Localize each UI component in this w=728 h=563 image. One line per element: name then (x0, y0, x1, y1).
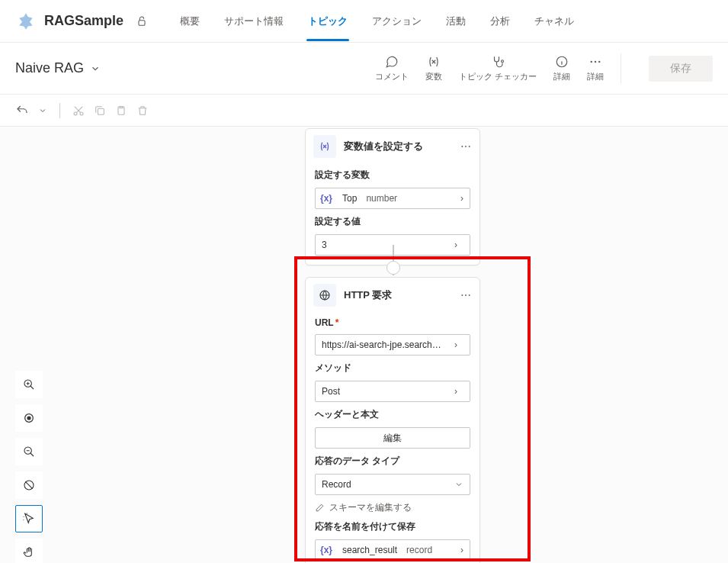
svg-point-21 (469, 294, 470, 296)
response-var-type: record (402, 545, 454, 555)
save-button[interactable]: 保存 (649, 56, 713, 82)
globe-icon (313, 284, 336, 307)
lock-icon[interactable] (136, 15, 148, 27)
app-logo-icon (15, 11, 37, 32)
nav-topics[interactable]: トピック (296, 2, 360, 40)
svg-point-16 (465, 146, 467, 147)
chevron-right-icon: › (448, 339, 463, 350)
svg-rect-0 (139, 20, 145, 25)
pan-tool-button[interactable] (15, 539, 43, 563)
app-header: RAGSample 概要 サポート情報 トピック アクション 活動 分析 チャネ… (0, 0, 728, 43)
http-request-node[interactable]: HTTP 要求 URL* https://ai-search-jpe.searc… (305, 277, 480, 563)
delete-button[interactable] (136, 105, 149, 117)
svg-point-3 (591, 60, 592, 62)
cmd-comments[interactable]: コメント (375, 55, 409, 82)
app-name: RAGSample (44, 13, 123, 29)
variable-token-icon: {x} (316, 193, 337, 204)
nav-channels[interactable]: チャネル (522, 2, 586, 40)
canvas[interactable]: 変数値を設定する 設定する変数 {x} Top number › 設定する値 3… (0, 127, 728, 563)
url-input[interactable]: https://ai-search-jpe.search.windows.n..… (315, 334, 470, 355)
nav-actions[interactable]: アクション (360, 2, 434, 40)
variable-token-icon: {x} (316, 545, 337, 555)
svg-point-17 (469, 146, 470, 147)
svg-point-19 (461, 294, 463, 296)
svg-rect-8 (98, 108, 104, 114)
copy-button[interactable] (94, 105, 106, 117)
set-var-label: 設定する変数 (315, 169, 470, 182)
method-label: メソッド (315, 362, 470, 375)
command-bar: Naive RAG コメント 変数 トピック チェッカー 詳細 詳細 保存 (0, 43, 728, 95)
breadcrumb-title: Naive RAG (15, 60, 84, 76)
chevron-down-icon (90, 63, 101, 74)
node-more-button[interactable] (460, 289, 472, 301)
breadcrumb[interactable]: Naive RAG (15, 60, 101, 76)
chevron-right-icon: › (448, 386, 463, 397)
variable-name: Top (337, 193, 361, 204)
undo-button[interactable] (15, 104, 29, 117)
headers-label: ヘッダーと本文 (315, 408, 470, 421)
cmd-topic-checker[interactable]: トピック チェッカー (459, 55, 537, 82)
svg-point-4 (595, 60, 596, 62)
node-title: 変数値を設定する (344, 140, 452, 153)
nav-analytics[interactable]: 分析 (478, 2, 522, 40)
set-value-label: 設定する値 (315, 215, 470, 228)
edit-headers-button[interactable]: 編集 (315, 427, 470, 449)
comment-icon (385, 55, 399, 69)
chevron-right-icon: › (454, 545, 470, 555)
divider (59, 103, 60, 118)
minimap-button[interactable] (15, 471, 43, 499)
edit-schema-link[interactable]: スキーマを編集する (315, 501, 470, 514)
svg-point-5 (598, 60, 600, 62)
more-horizontal-icon (588, 55, 602, 69)
chevron-down-icon[interactable] (38, 106, 47, 115)
variable-picker[interactable]: {x} Top number › (315, 188, 470, 209)
response-variable-picker[interactable]: {x} search_result record › (315, 539, 470, 561)
variable-type: number (361, 193, 454, 204)
pencil-icon (315, 503, 325, 513)
variable-icon (427, 55, 441, 69)
cmd-more[interactable]: 詳細 (587, 55, 604, 82)
select-tool-button[interactable] (15, 505, 43, 532)
node-title: HTTP 要求 (344, 288, 452, 302)
zoom-in-button[interactable] (15, 371, 43, 398)
fit-button[interactable] (15, 404, 43, 432)
info-icon (555, 55, 569, 69)
datatype-label: 応答のデータ タイプ (315, 455, 470, 468)
variable-icon (313, 135, 336, 158)
method-select[interactable]: Post › (315, 381, 470, 402)
chevron-down-icon (454, 480, 463, 489)
nav-activity[interactable]: 活動 (434, 2, 478, 40)
nav-overview[interactable]: 概要 (168, 2, 212, 40)
response-var-name: search_result (337, 545, 402, 555)
top-nav: 概要 サポート情報 トピック アクション 活動 分析 チャネル (168, 2, 586, 40)
saveas-label: 応答を名前を付けて保存 (315, 520, 470, 533)
canvas-tools (15, 371, 43, 563)
stethoscope-icon (491, 55, 505, 69)
svg-point-20 (465, 294, 467, 296)
cmd-details[interactable]: 詳細 (553, 55, 570, 82)
cut-button[interactable] (72, 105, 85, 117)
cmd-variables[interactable]: 変数 (425, 55, 442, 82)
chevron-right-icon: › (448, 240, 463, 250)
edit-toolbar (0, 95, 728, 127)
chevron-right-icon: › (454, 193, 470, 204)
svg-point-1 (501, 60, 503, 62)
paste-button[interactable] (115, 105, 127, 117)
zoom-out-button[interactable] (15, 438, 43, 465)
svg-point-15 (461, 146, 463, 147)
nav-support[interactable]: サポート情報 (212, 2, 296, 40)
node-more-button[interactable] (460, 140, 472, 153)
svg-point-12 (27, 417, 30, 420)
url-label: URL* (315, 317, 470, 328)
add-node-button[interactable] (386, 261, 400, 275)
datatype-select[interactable]: Record (315, 474, 470, 495)
